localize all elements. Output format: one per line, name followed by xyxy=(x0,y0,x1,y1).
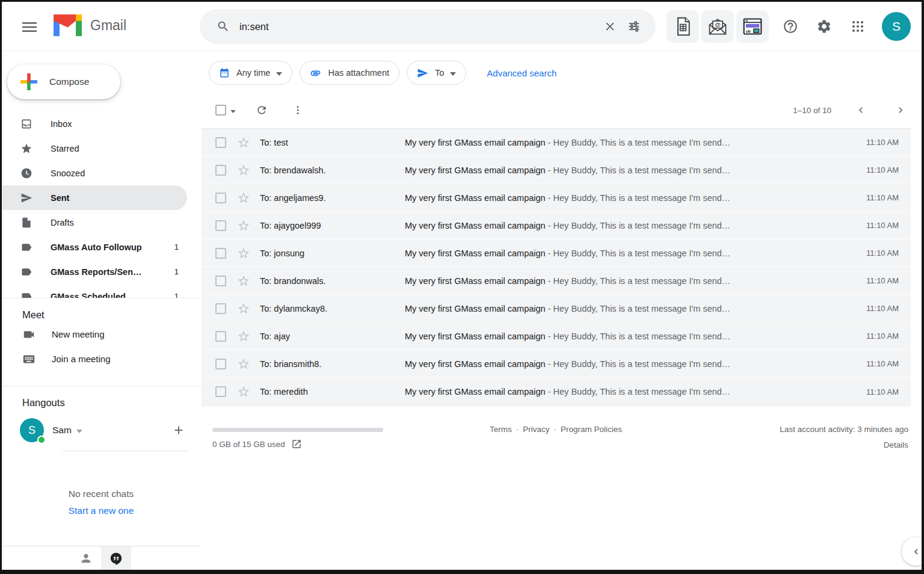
email-time: 11:10 AM xyxy=(848,387,911,397)
contacts-tab[interactable] xyxy=(71,546,101,570)
sidebar-item-sent[interactable]: Sent xyxy=(2,185,187,210)
help-icon xyxy=(783,19,798,34)
email-row[interactable]: To: jonsung My very first GMass email ca… xyxy=(202,239,911,267)
email-subject-snippet: My very first GMass email campaign - Hey… xyxy=(405,387,848,397)
row-checkbox[interactable] xyxy=(215,276,226,286)
search-bar[interactable] xyxy=(200,9,656,44)
account-avatar[interactable]: S xyxy=(882,12,911,41)
row-checkbox[interactable] xyxy=(215,331,226,342)
sidebar-item-gmass-auto-followup[interactable]: GMass Auto Followup 1 xyxy=(2,235,187,259)
settings-button[interactable] xyxy=(812,14,836,39)
star-icon[interactable] xyxy=(237,191,250,205)
row-checkbox[interactable] xyxy=(215,165,226,176)
apps-button[interactable] xyxy=(846,14,870,39)
row-checkbox[interactable] xyxy=(215,137,226,148)
details-link[interactable]: Details xyxy=(884,440,908,449)
star-icon[interactable] xyxy=(237,357,250,371)
row-checkbox[interactable] xyxy=(215,248,226,259)
paperclip-icon xyxy=(310,67,321,79)
email-subject-snippet: My very first GMass email campaign - Hey… xyxy=(405,359,848,369)
sidebar-item-snoozed[interactable]: Snoozed xyxy=(2,161,187,185)
star-icon[interactable] xyxy=(237,302,250,315)
hangouts-avatar[interactable]: S xyxy=(20,418,44,442)
sidebar-item-gmass-reports[interactable]: GMass Reports/Sen… 1 xyxy=(2,259,187,284)
email-row[interactable]: To: brandonwals. My very first GMass ema… xyxy=(202,267,911,295)
email-time: 11:10 AM xyxy=(848,332,911,341)
presence-dot xyxy=(37,436,46,444)
email-row[interactable]: To: brendawalsh. My very first GMass ema… xyxy=(202,156,911,184)
email-row[interactable]: To: ajay My very first GMass email campa… xyxy=(202,322,911,350)
newer-page-button[interactable] xyxy=(851,100,871,120)
chip-to[interactable]: To xyxy=(407,61,466,85)
calendar-icon xyxy=(219,67,230,78)
hangouts-section: Hangouts S Sam No recent chats Start a n… xyxy=(2,386,200,546)
more-options-button[interactable] xyxy=(288,100,308,120)
star-icon[interactable] xyxy=(237,274,250,288)
hangouts-tab[interactable] xyxy=(101,546,131,570)
join-meeting-item[interactable]: Join a meeting xyxy=(2,347,200,371)
row-checkbox[interactable] xyxy=(215,386,226,397)
sidebar-item-inbox[interactable]: Inbox xyxy=(2,111,187,136)
storage-usage: 0 GB of 15 GB used xyxy=(212,439,302,449)
email-time: 11:10 AM xyxy=(848,138,911,147)
star-icon[interactable] xyxy=(237,247,250,260)
sidebar-nav: Inbox Starred Snoozed Sent Drafts GMass … xyxy=(2,111,200,309)
sidebar-item-drafts[interactable]: Drafts xyxy=(2,210,187,235)
extension-doc-button[interactable] xyxy=(667,10,699,43)
start-new-chat-link[interactable]: Start a new one xyxy=(2,505,200,516)
new-conversation-button[interactable] xyxy=(169,421,188,440)
email-row[interactable]: To: angeljames9. My very first GMass ema… xyxy=(202,184,911,212)
last-account-activity: Last account activity: 3 minutes ago xyxy=(780,425,908,434)
clear-search-icon[interactable] xyxy=(598,14,622,39)
star-icon[interactable] xyxy=(237,219,250,232)
email-row[interactable]: To: meredith My very first GMass email c… xyxy=(202,378,911,406)
row-checkbox[interactable] xyxy=(215,193,226,203)
email-subject-snippet: My very first GMass email campaign - Hey… xyxy=(405,221,848,230)
chip-has-attachment[interactable]: Has attachment xyxy=(300,61,399,85)
new-meeting-item[interactable]: New meeting xyxy=(2,322,200,347)
terms-link[interactable]: Terms xyxy=(490,425,512,434)
extension-gmass-button[interactable]: @ xyxy=(701,10,734,43)
sidebar-item-starred[interactable]: Starred xyxy=(2,136,187,161)
row-checkbox[interactable] xyxy=(215,303,226,314)
select-all-checkbox[interactable] xyxy=(215,105,226,116)
email-row[interactable]: To: ajaygoel999 My very first GMass emai… xyxy=(202,212,911,239)
search-icon[interactable] xyxy=(217,20,230,33)
help-button[interactable] xyxy=(778,14,802,39)
program-policies-link[interactable]: Program Policies xyxy=(561,425,622,434)
email-row[interactable]: To: dylanmckay8. My very first GMass ema… xyxy=(202,295,911,322)
advanced-search-link[interactable]: Advanced search xyxy=(487,68,556,78)
select-dropdown-icon[interactable] xyxy=(230,105,236,116)
row-checkbox[interactable] xyxy=(215,220,226,231)
person-icon xyxy=(79,552,93,565)
main-menu-button[interactable] xyxy=(17,15,42,39)
refresh-button[interactable] xyxy=(251,100,272,120)
email-subject-snippet: My very first GMass email campaign - Hey… xyxy=(405,193,848,203)
star-icon xyxy=(20,143,33,155)
clock-icon xyxy=(20,167,33,179)
search-input[interactable] xyxy=(239,21,598,32)
star-icon[interactable] xyxy=(237,136,250,149)
videocam-icon xyxy=(22,328,35,341)
star-icon[interactable] xyxy=(237,164,250,177)
top-bar: Gmail xyxy=(2,2,922,51)
search-filter-chips: Any time Has attachment To Advanced sear… xyxy=(209,61,556,85)
older-page-button[interactable] xyxy=(890,100,911,120)
email-row[interactable]: To: briansmith8. My very first GMass ema… xyxy=(202,350,911,378)
compose-button[interactable]: Compose xyxy=(7,64,120,99)
privacy-link[interactable]: Privacy xyxy=(523,425,549,434)
search-options-icon[interactable] xyxy=(622,14,646,39)
email-time: 11:10 AM xyxy=(848,193,911,202)
open-in-new-icon[interactable] xyxy=(291,439,302,449)
pagination-range: 1–10 of 10 xyxy=(793,106,831,115)
star-icon[interactable] xyxy=(237,330,250,343)
chip-any-time[interactable]: Any time xyxy=(209,61,292,85)
hangouts-username[interactable]: Sam xyxy=(52,425,72,436)
email-row[interactable]: To: test My very first GMass email campa… xyxy=(202,129,911,156)
hangouts-icon xyxy=(109,552,123,565)
chevron-down-icon[interactable] xyxy=(76,425,82,436)
email-list: To: test My very first GMass email campa… xyxy=(202,128,911,406)
star-icon[interactable] xyxy=(237,385,250,398)
row-checkbox[interactable] xyxy=(215,359,226,369)
extension-site-button[interactable] xyxy=(736,10,769,43)
